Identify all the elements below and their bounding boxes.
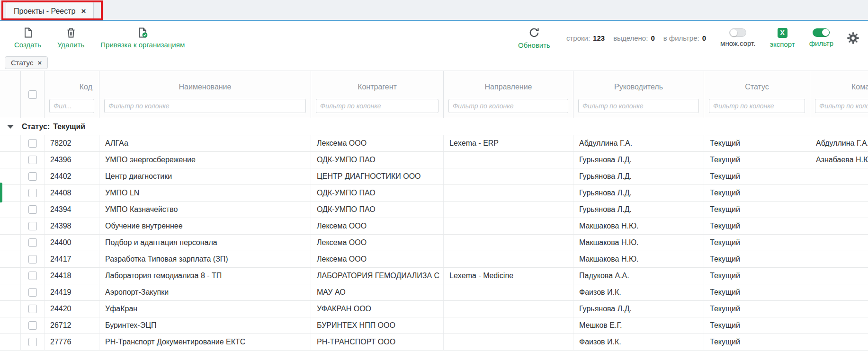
side-panel-handle[interactable]	[0, 183, 2, 202]
column-label-counterparty[interactable]: Контрагент	[311, 83, 443, 91]
column-label-direction[interactable]: Направление	[444, 83, 573, 91]
delete-button[interactable]: Удалить	[57, 27, 84, 49]
selected-count-value: 0	[651, 34, 654, 42]
row-checkbox[interactable]	[28, 305, 37, 313]
cell-status: Текущий	[704, 202, 810, 218]
cell-direction	[444, 168, 573, 184]
multi-sort-toggle[interactable]	[729, 28, 746, 37]
row-expander-cell	[0, 235, 21, 251]
cell-team	[810, 185, 868, 201]
cell-counterparty: Лексема ООО	[311, 251, 444, 267]
row-checkbox[interactable]	[28, 222, 37, 230]
table-row[interactable]: 27776РН-Транспорт Документирование ЕКТСР…	[0, 334, 868, 351]
filter-chip-status[interactable]: Статус ×	[5, 56, 48, 69]
select-all-checkbox[interactable]	[28, 90, 37, 99]
row-checkbox[interactable]	[28, 238, 37, 247]
export-button[interactable]: X экспорт	[770, 28, 795, 48]
filter-input-manager[interactable]	[578, 99, 699, 113]
row-checkbox[interactable]	[28, 272, 37, 280]
cell-manager: Абдуллина Г.А.	[573, 135, 704, 151]
chip-close-icon[interactable]: ×	[37, 59, 42, 66]
filter-input-status[interactable]	[709, 99, 805, 113]
cell-name: Лаборатория гемодиализа 8 - ТП	[99, 268, 311, 284]
trash-icon	[65, 27, 77, 38]
table-row[interactable]: 24419Аэропорт-ЗакупкиМАУ АОФаизов И.К.Те…	[0, 284, 868, 301]
row-checkbox[interactable]	[28, 139, 37, 148]
column-header-team: Команда	[810, 71, 868, 118]
cell-team	[810, 334, 868, 350]
tab-projects-registry[interactable]: Проекты - Реестр ×	[6, 2, 94, 20]
cell-name: УфаКран	[99, 301, 311, 317]
row-expander-cell	[0, 317, 21, 333]
row-expander-cell	[0, 284, 21, 300]
row-checkbox[interactable]	[28, 189, 37, 197]
cell-name: Аэропорт-Закупки	[99, 284, 311, 300]
filter-input-name[interactable]	[104, 99, 306, 113]
multi-sort-button[interactable]: множ.сорт.	[720, 28, 755, 47]
table-row[interactable]: 24402Центр диагностикиЦЕНТР ДИАГНОСТИКИ …	[0, 168, 868, 185]
table-row[interactable]: 24408УМПО LNОДК-УМПО ПАОГурьянова Л.Д.Те…	[0, 185, 868, 202]
cell-counterparty: УФАКРАН ООО	[311, 301, 444, 317]
table-row[interactable]: 24417Разработка Типовая зарплата (ЗП)Лек…	[0, 251, 868, 268]
cell-team: Азнабаева Н.Ю.	[810, 152, 868, 168]
row-checkbox[interactable]	[28, 205, 37, 214]
column-label-name[interactable]: Наименование	[99, 83, 311, 91]
column-label-team[interactable]: Команда	[810, 83, 868, 91]
filter-input-code[interactable]	[49, 99, 94, 113]
cell-counterparty: Лексема ООО	[311, 235, 444, 251]
table-row[interactable]: 26712Буринтех-ЭЦПБУРИНТЕХ НПП ОООМешков …	[0, 317, 868, 334]
create-button[interactable]: Создать	[14, 27, 41, 49]
row-checkbox[interactable]	[28, 172, 37, 181]
refresh-icon	[528, 26, 540, 39]
cell-counterparty: ОДК-УМПО ПАО	[311, 185, 444, 201]
cell-team	[810, 301, 868, 317]
table-row[interactable]: 24394УМПО КазначействоОДК-УМПО ПАОГурьян…	[0, 202, 868, 218]
table-row[interactable]: 24396УМПО энергосбережениеОДК-УМПО ПАОГу…	[0, 152, 868, 168]
data-grid: КодНаименованиеКонтрагентНаправлениеРуко…	[0, 71, 868, 351]
cell-team	[810, 268, 868, 284]
link-organizations-button[interactable]: Привязка к организациям	[100, 27, 185, 49]
tab-close-icon[interactable]: ×	[81, 7, 86, 15]
column-label-manager[interactable]: Руководитель	[573, 83, 704, 91]
filter-input-direction[interactable]	[448, 99, 568, 113]
table-row[interactable]: 24398Обучение внутреннееЛексема ОООМакша…	[0, 218, 868, 235]
create-button-label: Создать	[14, 41, 41, 49]
group-collapse-toggle[interactable]	[0, 125, 21, 129]
cell-direction	[444, 235, 573, 251]
cell-direction	[444, 202, 573, 218]
toggle-knob	[822, 29, 829, 36]
cell-status: Текущий	[704, 317, 810, 333]
group-row-status-current[interactable]: Статус: Текущий	[0, 118, 868, 135]
row-checkbox[interactable]	[28, 288, 37, 297]
cell-code: 24417	[45, 251, 99, 267]
column-label-status[interactable]: Статус	[704, 83, 810, 91]
row-checkbox[interactable]	[28, 338, 37, 346]
refresh-button[interactable]: Обновить	[518, 26, 550, 49]
row-checkbox[interactable]	[28, 156, 37, 164]
new-document-icon	[22, 27, 34, 38]
row-expander-cell	[0, 135, 21, 151]
settings-button[interactable]	[847, 32, 859, 44]
cell-counterparty: ОДК-УМПО ПАО	[311, 152, 444, 168]
cell-name: АЛГАа	[99, 135, 311, 151]
cell-status: Текущий	[704, 284, 810, 300]
cell-code: 24394	[45, 202, 99, 218]
toolbar: Создать Удалить Привязка к организациям	[0, 21, 868, 55]
cell-team	[810, 218, 868, 234]
cell-direction	[444, 301, 573, 317]
cell-status: Текущий	[704, 218, 810, 234]
cell-team	[810, 251, 868, 267]
filter-toggle[interactable]	[813, 28, 830, 37]
table-row[interactable]: 78202АЛГАаЛексема ОООLexema - ERPАбдулли…	[0, 135, 868, 152]
row-expander-cell	[0, 152, 21, 168]
table-row[interactable]: 24420УфаКранУФАКРАН ОООГурьянова Л.Д.Тек…	[0, 301, 868, 317]
cell-code: 24408	[45, 185, 99, 201]
filter-input-team[interactable]	[815, 99, 868, 113]
row-checkbox[interactable]	[28, 321, 37, 330]
filter-toggle-button[interactable]: фильтр	[809, 28, 833, 47]
filter-input-counterparty[interactable]	[316, 99, 438, 113]
column-label-code[interactable]: Код	[45, 83, 99, 91]
row-checkbox[interactable]	[28, 255, 37, 263]
table-row[interactable]: 24400Подбор и адаптация персоналаЛексема…	[0, 235, 868, 251]
table-row[interactable]: 24418Лаборатория гемодиализа 8 - ТПЛАБОР…	[0, 268, 868, 284]
